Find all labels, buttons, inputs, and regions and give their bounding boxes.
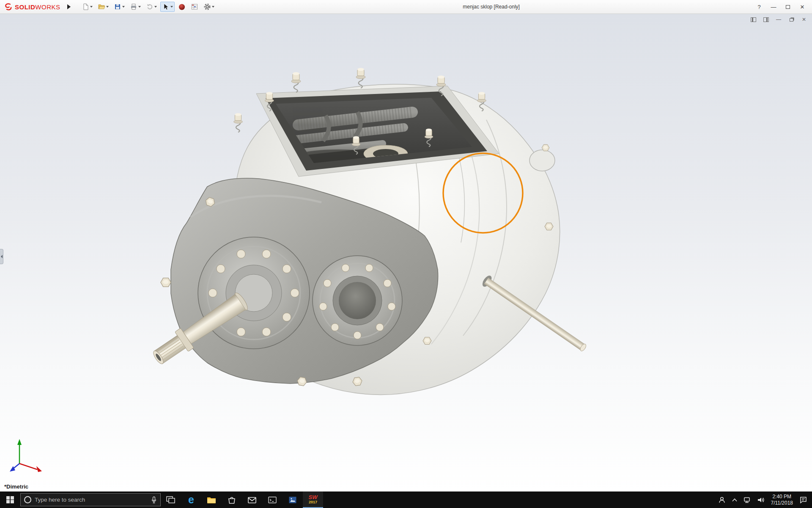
edge-icon: e bbox=[188, 494, 194, 505]
select-cursor-icon bbox=[162, 3, 170, 11]
start-button[interactable] bbox=[0, 491, 20, 508]
input-shaft-boss bbox=[198, 237, 310, 349]
action-center-button[interactable] bbox=[796, 491, 810, 508]
document-title: menjac sklop [Read-only] bbox=[463, 4, 520, 10]
open-document-button[interactable] bbox=[96, 2, 110, 12]
options-dropdown-icon[interactable] bbox=[212, 6, 214, 8]
store-icon bbox=[227, 496, 236, 504]
select-dropdown-icon[interactable] bbox=[170, 6, 173, 8]
options-gear-icon bbox=[203, 3, 211, 11]
solidworks-logo-icon bbox=[4, 3, 13, 11]
print-button[interactable] bbox=[128, 2, 143, 12]
document-window-controls: — ✕ bbox=[749, 16, 808, 23]
doc-restore-button[interactable] bbox=[787, 16, 795, 23]
window-controls: ? — ✕ bbox=[752, 1, 812, 12]
taskbar-search[interactable] bbox=[20, 493, 161, 506]
countershaft-cover-boss bbox=[313, 256, 402, 345]
view-orientation-label: *Dimetric bbox=[4, 483, 28, 490]
save-floppy-icon bbox=[114, 3, 121, 11]
new-document-dropdown-icon[interactable] bbox=[90, 6, 93, 8]
search-input[interactable] bbox=[35, 497, 148, 503]
cortana-icon bbox=[24, 496, 31, 503]
options-button[interactable] bbox=[202, 2, 216, 12]
open-dropdown-icon[interactable] bbox=[106, 6, 109, 8]
solidworks-year-badge: 2017 bbox=[309, 500, 317, 504]
taskbar-clock[interactable]: 2:40 PM 7/11/2018 bbox=[768, 494, 797, 506]
spreadsheet-button[interactable] bbox=[189, 2, 200, 12]
people-icon bbox=[718, 496, 726, 504]
network-icon bbox=[743, 497, 751, 503]
system-tray: 2:40 PM 7/11/2018 bbox=[715, 491, 812, 508]
save-dropdown-icon[interactable] bbox=[122, 6, 125, 8]
open-folder-icon bbox=[98, 3, 105, 11]
microphone-icon[interactable] bbox=[151, 496, 157, 504]
file-explorer-icon bbox=[207, 496, 216, 504]
help-button[interactable]: ? bbox=[752, 1, 766, 12]
doc-close-button[interactable]: ✕ bbox=[800, 16, 808, 23]
doc-minimize-button[interactable]: — bbox=[775, 16, 782, 23]
save-button[interactable] bbox=[112, 2, 126, 12]
minimize-button[interactable]: — bbox=[766, 1, 781, 12]
pane-left-icon bbox=[751, 17, 756, 22]
windows-taskbar: e SW 2017 bbox=[0, 491, 812, 508]
photos-icon bbox=[288, 496, 297, 504]
windows-logo-icon bbox=[6, 496, 14, 504]
chevron-up-icon bbox=[732, 498, 738, 502]
task-view-icon bbox=[166, 496, 176, 504]
3d-model-scene[interactable] bbox=[0, 14, 812, 491]
maximize-button[interactable] bbox=[781, 1, 795, 12]
new-document-icon bbox=[82, 3, 89, 11]
solidworks-taskbar-button[interactable]: SW 2017 bbox=[303, 491, 323, 508]
mail-icon bbox=[247, 496, 257, 504]
mail-button[interactable] bbox=[242, 491, 262, 508]
solidworks-brand: SOLIDWORKS bbox=[0, 3, 60, 11]
title-bar: SOLIDWORKS bbox=[0, 0, 812, 14]
new-document-button[interactable] bbox=[80, 2, 94, 12]
clock-date: 7/11/2018 bbox=[771, 500, 793, 506]
task-view-button[interactable] bbox=[161, 491, 181, 508]
appearance-sphere-icon bbox=[178, 3, 186, 11]
network-button[interactable] bbox=[741, 491, 754, 508]
console-button[interactable] bbox=[262, 491, 283, 508]
solidworks-taskbar-icon: SW bbox=[309, 494, 318, 500]
print-dropdown-icon[interactable] bbox=[138, 6, 141, 8]
solidworks-window: SOLIDWORKS bbox=[0, 0, 812, 508]
undo-icon bbox=[146, 3, 154, 11]
graphics-area[interactable]: — ✕ bbox=[0, 14, 812, 491]
photos-button[interactable] bbox=[283, 491, 303, 508]
undo-dropdown-icon[interactable] bbox=[154, 6, 157, 8]
spreadsheet-icon bbox=[191, 3, 198, 11]
undo-button[interactable] bbox=[144, 2, 159, 12]
restore-icon bbox=[790, 18, 793, 22]
toolbar-flyout-arrow-icon[interactable] bbox=[67, 4, 71, 9]
pane-right-button[interactable] bbox=[762, 16, 770, 23]
action-center-icon bbox=[799, 496, 807, 503]
store-button[interactable] bbox=[222, 491, 242, 508]
close-button[interactable]: ✕ bbox=[795, 1, 809, 12]
appearance-button[interactable] bbox=[176, 2, 187, 12]
file-explorer-button[interactable] bbox=[201, 491, 222, 508]
quick-access-toolbar bbox=[80, 2, 216, 12]
brand-name: SOLIDWORKS bbox=[15, 3, 60, 11]
print-icon bbox=[130, 3, 137, 11]
console-icon bbox=[268, 496, 277, 504]
select-tool-button[interactable] bbox=[160, 2, 175, 12]
volume-icon bbox=[757, 497, 765, 503]
clock-time: 2:40 PM bbox=[772, 494, 791, 500]
panel-splitter-handle[interactable] bbox=[0, 249, 3, 264]
maximize-icon bbox=[786, 5, 790, 9]
pane-left-button[interactable] bbox=[749, 16, 757, 23]
people-button[interactable] bbox=[715, 491, 729, 508]
pane-right-icon bbox=[763, 17, 769, 22]
tray-expand-button[interactable] bbox=[729, 491, 741, 508]
edge-button[interactable]: e bbox=[181, 491, 201, 508]
volume-button[interactable] bbox=[754, 491, 768, 508]
